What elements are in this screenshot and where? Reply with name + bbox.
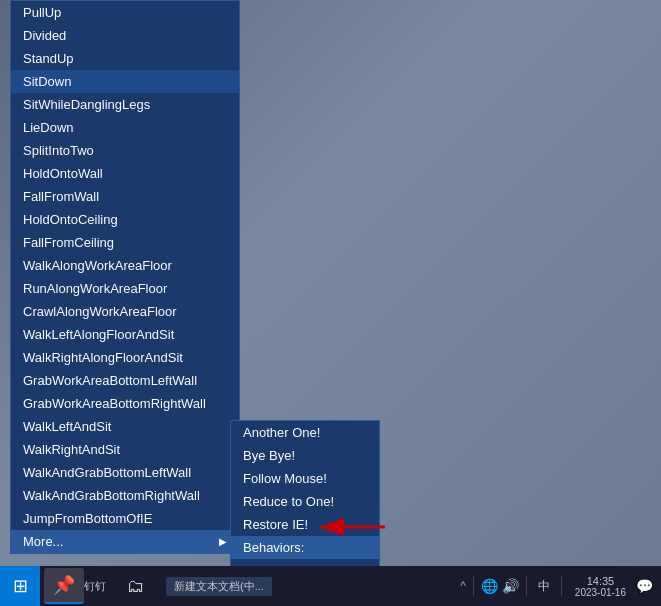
menu-item-crawlalongworkareafloor[interactable]: CrawlAlongWorkAreaFloor xyxy=(11,300,239,323)
taskbar-app-explorer[interactable]: 🗂 xyxy=(116,568,156,604)
explorer-icon: 🗂 xyxy=(127,576,145,597)
menu-item-walkandgrabbottomleftwall[interactable]: WalkAndGrabBottomLeftWall xyxy=(11,461,239,484)
tray-divider xyxy=(473,576,474,596)
dingding-icon: 📌 xyxy=(53,574,75,596)
menu-item-sitwhiledanginglegs[interactable]: SitWhileDanglingLegs xyxy=(11,93,239,116)
notification-icon[interactable]: 💬 xyxy=(636,578,653,594)
menu-item-more[interactable]: More... ▶ xyxy=(11,530,239,553)
submenu-arrow-icon: ▶ xyxy=(219,536,227,547)
context-menu-sub: Another One! Bye Bye! Follow Mouse! Redu… xyxy=(230,420,380,583)
taskbar-clock[interactable]: 14:35 2023-01-16 xyxy=(569,575,632,598)
language-indicator[interactable]: 中 xyxy=(534,578,554,595)
taskbar-tray: ^ 🌐 🔊 中 14:35 2023-01-16 💬 xyxy=(460,575,661,598)
start-button[interactable]: ⊞ xyxy=(0,566,40,606)
start-icon: ⊞ xyxy=(13,575,28,597)
menu-item-walkleftalongfloorandsit[interactable]: WalkLeftAlongFloorAndSit xyxy=(11,323,239,346)
menu-item-walkandgrabbottomrightwall[interactable]: WalkAndGrabBottomRightWall xyxy=(11,484,239,507)
menu-item-walkalongworkareafloor[interactable]: WalkAlongWorkAreaFloor xyxy=(11,254,239,277)
menu-item-grabworkaareabottomleftwall[interactable]: GrabWorkAreaBottomLeftWall xyxy=(11,369,239,392)
taskbar-middle: 新建文本文档(中... xyxy=(160,577,460,596)
network-icon: 🌐 xyxy=(481,578,498,594)
menu-item-jumpfrombottomofie[interactable]: JumpFromBottomOfIE xyxy=(11,507,239,530)
menu-item-sitdown[interactable]: SitDown xyxy=(11,70,239,93)
menu-item-walkrightandsit[interactable]: WalkRightAndSit xyxy=(11,438,239,461)
sub-menu-item-behaviors[interactable]: Behaviors: xyxy=(231,536,379,559)
taskbar-active-window[interactable]: 新建文本文档(中... xyxy=(166,577,272,596)
menu-item-pullup[interactable]: PullUp xyxy=(11,1,239,24)
taskbar-time: 14:35 xyxy=(587,575,615,587)
menu-item-fallfromceiling[interactable]: FallFromCeiling xyxy=(11,231,239,254)
tray-divider2 xyxy=(526,576,527,596)
sub-menu-item-reduce-to-one[interactable]: Reduce to One! xyxy=(231,490,379,513)
menu-item-walkrightalongfloorandsit[interactable]: WalkRightAlongFloorAndSit xyxy=(11,346,239,369)
tray-expand-icon[interactable]: ^ xyxy=(460,579,466,593)
tray-divider3 xyxy=(561,576,562,596)
sub-menu-item-restore-ie[interactable]: Restore IE! xyxy=(231,513,379,536)
desktop: PullUp Divided StandUp SitDown SitWhileD… xyxy=(0,0,661,606)
menu-item-runalongworkareafloor[interactable]: RunAlongWorkAreaFloor xyxy=(11,277,239,300)
taskbar: ⊞ 📌 钉钉 🗂 新建文本文档(中... ^ 🌐 🔊 中 14:35 2023 xyxy=(0,566,661,606)
taskbar-app-dingding[interactable]: 📌 xyxy=(44,568,84,604)
sub-menu-item-follow-mouse[interactable]: Follow Mouse! xyxy=(231,467,379,490)
menu-item-grabworkareabottomrightwall[interactable]: GrabWorkAreaBottomRightWall xyxy=(11,392,239,415)
sub-menu-item-another-one[interactable]: Another One! xyxy=(231,421,379,444)
dingding-label: 钉钉 xyxy=(84,579,106,594)
menu-item-holdontoceling[interactable]: HoldOntoCeiling xyxy=(11,208,239,231)
menu-item-fallfromwall[interactable]: FallFromWall xyxy=(11,185,239,208)
sub-menu-item-bye-bye[interactable]: Bye Bye! xyxy=(231,444,379,467)
menu-item-standup[interactable]: StandUp xyxy=(11,47,239,70)
volume-icon: 🔊 xyxy=(502,578,519,594)
context-menu-main: PullUp Divided StandUp SitDown SitWhileD… xyxy=(10,0,240,554)
taskbar-pinned-apps: 📌 钉钉 🗂 xyxy=(40,568,160,604)
menu-item-liedown[interactable]: LieDown xyxy=(11,116,239,139)
menu-item-divided[interactable]: Divided xyxy=(11,24,239,47)
menu-item-splitintotwo[interactable]: SplitIntoTwo xyxy=(11,139,239,162)
menu-item-walkleftandsit[interactable]: WalkLeftAndSit xyxy=(11,415,239,438)
menu-item-holdontowall[interactable]: HoldOntoWall xyxy=(11,162,239,185)
taskbar-date: 2023-01-16 xyxy=(575,587,626,598)
